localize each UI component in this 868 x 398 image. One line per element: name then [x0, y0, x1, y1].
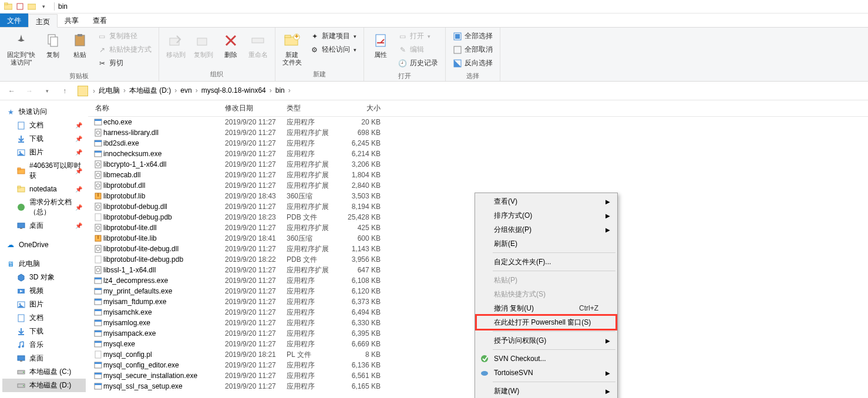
cm-sort[interactable]: 排序方式(O)▶ — [476, 208, 616, 222]
sidebar-item[interactable]: 本地磁盘 (D:) — [2, 379, 86, 392]
file-type: 360压缩 — [287, 234, 345, 244]
nav-forward-button[interactable]: → — [22, 84, 36, 98]
chevron-right-icon[interactable]: › — [92, 87, 96, 95]
open-button[interactable]: ▭打开▾ — [396, 30, 440, 42]
chevron-right-icon[interactable]: › — [122, 86, 127, 95]
select-all-button[interactable]: 全部选择 — [450, 30, 495, 42]
quick-access-item-icon[interactable] — [27, 2, 36, 11]
col-type[interactable]: 类型 — [287, 103, 345, 113]
edit-button[interactable]: ✎编辑 — [396, 43, 440, 56]
sidebar-item[interactable]: 桌面📌 — [2, 219, 86, 232]
sidebar-item[interactable]: #40636可以即时获📌 — [2, 159, 86, 183]
nav-recent-dropdown[interactable]: ▾ — [40, 84, 54, 98]
file-date: 2019/9/20 18:43 — [225, 192, 287, 200]
tab-view[interactable]: 查看 — [86, 14, 114, 27]
cm-undo[interactable]: 撤消 复制(U)Ctrl+Z — [476, 301, 616, 315]
breadcrumb-item[interactable]: 本地磁盘 (D:) — [127, 86, 173, 95]
tab-home[interactable]: 主页 — [28, 14, 58, 28]
quick-dropdown-icon[interactable]: ▾ — [39, 2, 48, 11]
invert-button[interactable]: 反向选择 — [450, 57, 495, 69]
cm-group[interactable]: 分组依据(P)▶ — [476, 222, 616, 237]
breadcrumb-item[interactable]: evn — [178, 86, 194, 95]
cm-view[interactable]: 查看(V)▶ — [476, 194, 616, 208]
paste-shortcut-button[interactable]: ↗粘贴快捷方式 — [95, 43, 154, 56]
select-none-button[interactable]: 全部取消 — [450, 43, 495, 56]
pin-icon: 📌 — [75, 149, 82, 156]
file-row[interactable]: ibd2sdi.exe2019/9/20 11:27应用程序6,245 KB — [88, 138, 868, 149]
cm-paste-shortcut: 粘贴快捷方式(S) — [476, 287, 616, 301]
properties-button[interactable]: 属性 — [368, 29, 393, 61]
sidebar-item[interactable]: 图片📌 — [2, 146, 86, 159]
sidebar-item[interactable]: 文档📌 — [2, 119, 86, 132]
sidebar-item[interactable]: 视频 — [2, 284, 86, 298]
sidebar-this-pc[interactable]: 🖥此电脑 — [2, 257, 86, 271]
cm-access[interactable]: 授予访问权限(G)▶ — [476, 333, 616, 348]
cut-button[interactable]: ✂剪切 — [95, 57, 154, 69]
sidebar-item[interactable]: 音乐 — [2, 338, 86, 352]
copy-button[interactable]: 复制 — [40, 29, 66, 61]
sidebar-quick-access[interactable]: ★快速访问 — [2, 105, 86, 119]
pin-button[interactable]: 固定到"快 速访问" — [4, 29, 39, 69]
col-date[interactable]: 修改日期 — [225, 103, 287, 113]
copy-path-button[interactable]: ▭复制路径 — [95, 30, 154, 42]
file-row[interactable]: libprotobuf.dll2019/9/20 11:27应用程序扩展2,84… — [88, 180, 868, 191]
copyto-button[interactable]: 复制到 — [190, 29, 217, 61]
breadcrumb-item[interactable]: mysql-8.0.18-winx64 — [199, 86, 268, 95]
nav-back-button[interactable]: ← — [5, 84, 19, 98]
svg-rect-83 — [95, 330, 102, 332]
sidebar-item[interactable]: 图片 — [2, 298, 86, 311]
chevron-right-icon[interactable]: › — [194, 86, 199, 95]
sidebar-item[interactable]: 本地磁盘 (C:) — [2, 365, 86, 379]
easy-access-icon: ⚙ — [310, 45, 319, 55]
history-button[interactable]: 🕘历史记录 — [396, 57, 440, 69]
chevron-right-icon: ▶ — [605, 213, 610, 219]
new-item-button[interactable]: ✦新建项目▾ — [308, 30, 359, 42]
sidebar-item[interactable]: 文档 — [2, 311, 86, 325]
quick-access-item-icon[interactable] — [15, 2, 25, 11]
cm-new[interactable]: 新建(W)▶ — [476, 384, 616, 398]
sidebar-item[interactable]: 3D 对象 — [2, 271, 86, 284]
ribbon-group-clipboard: 固定到"快 速访问" 复制 粘贴 ▭复制路径 ↗粘贴快捷方式 ✂剪切 剪贴板 — [0, 28, 159, 81]
file-size: 600 KB — [345, 234, 386, 242]
sidebar-item[interactable]: 下载📌 — [2, 132, 86, 146]
col-size[interactable]: 大小 — [345, 103, 386, 113]
new-folder-button[interactable]: ✦新建 文件夹 — [279, 29, 305, 69]
file-row[interactable]: libmecab.dll2019/9/20 11:27应用程序扩展1,804 K… — [88, 170, 868, 180]
file-row[interactable]: harness-library.dll2019/9/20 11:27应用程序扩展… — [88, 127, 868, 138]
moveto-button[interactable]: 移动到 — [163, 29, 189, 61]
file-size: 6,136 KB — [345, 361, 386, 369]
sidebar-item-label: 本地磁盘 (C:) — [29, 367, 71, 377]
nav-up-button[interactable]: ↑ — [58, 84, 72, 98]
sidebar-item[interactable]: 需求分析文档（总）📌 — [2, 195, 86, 219]
cm-powershell[interactable]: 在此处打开 Powershell 窗口(S) — [476, 315, 616, 329]
file-row[interactable]: echo.exe2019/9/20 11:27应用程序20 KB — [88, 117, 868, 127]
breadcrumb[interactable]: › 此电脑›本地磁盘 (D:)›evn›mysql-8.0.18-winx64›… — [75, 84, 863, 98]
breadcrumb-item[interactable]: bin — [273, 86, 287, 95]
tab-file[interactable]: 文件 — [0, 14, 28, 27]
chevron-right-icon[interactable]: › — [287, 86, 292, 95]
easy-access-button[interactable]: ⚙轻松访问▾ — [308, 43, 359, 56]
cm-refresh[interactable]: 刷新(E) — [476, 237, 616, 251]
file-row[interactable]: libcrypto-1_1-x64.dll2019/9/20 11:27应用程序… — [88, 159, 868, 170]
file-icon — [93, 170, 103, 180]
cm-svn-checkout[interactable]: SVN Checkout... — [476, 352, 616, 366]
rename-button[interactable]: 重命名 — [245, 29, 271, 61]
delete-button[interactable]: 删除 — [218, 29, 244, 61]
svg-point-37 — [22, 345, 24, 348]
col-name[interactable]: 名称 — [93, 103, 225, 113]
tab-share[interactable]: 共享 — [58, 14, 86, 27]
file-row[interactable]: innochecksum.exe2019/9/20 11:27应用程序6,214… — [88, 149, 868, 159]
paste-button[interactable]: 粘贴 — [67, 29, 93, 61]
file-date: 2019/9/20 11:27 — [225, 118, 287, 126]
breadcrumb-item[interactable]: 此电脑 — [96, 86, 122, 95]
cm-customize[interactable]: 自定义文件夹(F)... — [476, 255, 616, 269]
sidebar-item[interactable]: 下载 — [2, 325, 86, 338]
cm-tortoise[interactable]: TortoiseSVN▶ — [476, 366, 616, 380]
file-date: 2019/9/20 11:27 — [225, 139, 287, 147]
sidebar-onedrive[interactable]: ☁OneDrive — [2, 238, 86, 251]
file-icon — [93, 265, 103, 275]
chevron-right-icon[interactable]: › — [268, 86, 273, 95]
sidebar-item[interactable]: 桌面 — [2, 352, 86, 365]
file-date: 2019/9/20 11:27 — [225, 329, 287, 338]
sidebar-item[interactable]: notedata📌 — [2, 183, 86, 195]
